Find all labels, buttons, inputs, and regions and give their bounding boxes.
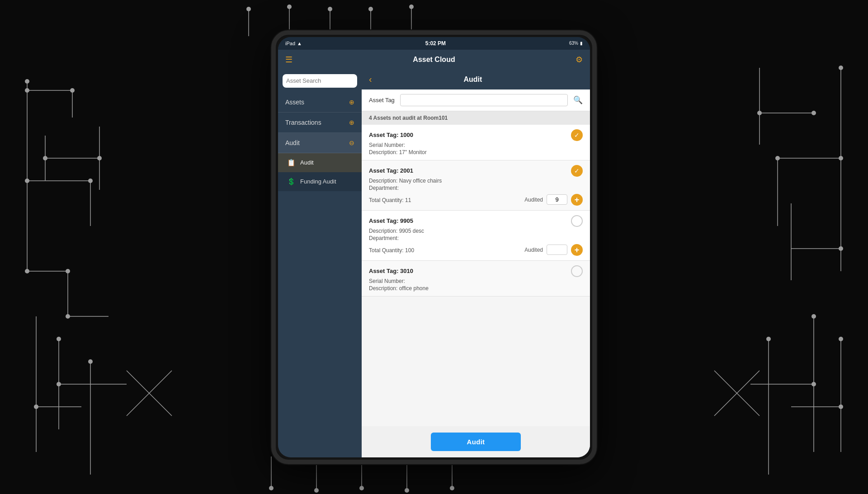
svg-point-40: [775, 156, 780, 160]
svg-point-71: [359, 486, 364, 490]
nav-bar: ☰ Asset Cloud ⚙: [278, 50, 590, 70]
asset-card-1000: Asset Tag: 1000 ✓ Serial Number: Descrip…: [362, 125, 590, 160]
asset-card-header-3010: Asset Tag: 3010: [369, 265, 583, 277]
svg-point-60: [287, 5, 292, 9]
svg-point-70: [314, 488, 319, 493]
sidebar-sub-item-funding-audit[interactable]: 💲 Funding Audit: [278, 172, 362, 191]
svg-point-19: [25, 88, 29, 93]
asset-card-header-2001: Asset Tag: 2001 ✓: [369, 165, 583, 177]
asset-card-3010: Asset Tag: 3010 Serial Number: Descripti…: [362, 261, 590, 296]
svg-point-14: [25, 269, 29, 273]
svg-point-69: [269, 486, 274, 490]
panel-header: ‹ Audit: [362, 70, 590, 89]
svg-point-18: [97, 156, 102, 160]
sidebar-sub-item-audit[interactable]: 📋 Audit: [278, 153, 362, 172]
asset-search-bar[interactable]: 🔍: [283, 74, 357, 88]
svg-point-38: [839, 66, 843, 70]
asset-dept-9905: Department:: [369, 235, 583, 241]
sidebar-assets-label: Assets: [285, 99, 304, 106]
panel-title: Audit: [377, 75, 568, 84]
status-time: 5:02 PM: [425, 40, 446, 47]
search-input[interactable]: [286, 77, 362, 84]
asset-card-header-9905: Asset Tag: 9905: [369, 215, 583, 227]
sidebar-transactions-label: Transactions: [285, 119, 321, 126]
svg-line-76: [714, 371, 760, 416]
svg-point-41: [839, 246, 843, 251]
sidebar-item-transactions[interactable]: Transactions ⊕: [278, 113, 362, 133]
asset-dept-2001: Department:: [369, 185, 583, 191]
audit-button-row: Audit: [362, 426, 590, 457]
not-audited-header: 4 Assets not audit at Room101: [362, 111, 590, 125]
asset-card-header-1000: Asset Tag: 1000 ✓: [369, 129, 583, 141]
svg-point-53: [839, 405, 843, 409]
sidebar-item-audit[interactable]: Audit ⊖: [278, 133, 362, 153]
status-bar-left: iPad ▲: [285, 41, 302, 46]
asset-tag-2001: Asset Tag: 2001: [369, 167, 413, 174]
svg-point-43: [811, 111, 816, 115]
asset-check-2001[interactable]: ✓: [571, 165, 583, 177]
battery-icon: ▮: [580, 41, 583, 46]
funding-audit-sub-label: Funding Audit: [300, 178, 336, 185]
asset-desc-2001: Description: Navy office chairs: [369, 178, 583, 184]
svg-point-20: [70, 88, 75, 93]
svg-point-17: [43, 156, 47, 160]
audited-input-2001[interactable]: [547, 194, 567, 205]
plus-button-9905[interactable]: +: [571, 244, 583, 256]
back-button[interactable]: ‹: [369, 74, 372, 85]
svg-line-75: [127, 371, 172, 416]
svg-point-12: [25, 179, 29, 183]
app-title: Asset Cloud: [413, 56, 455, 64]
asset-check-9905[interactable]: [571, 215, 583, 227]
asset-qty-9905: Total Quantity: 100: [369, 247, 521, 254]
svg-point-51: [766, 337, 771, 341]
svg-line-74: [127, 371, 172, 416]
audited-row-9905: Total Quantity: 100 Audited +: [369, 244, 583, 256]
right-panel: ‹ Audit Asset Tag 🔍 4 Assets not audit a…: [362, 70, 590, 457]
svg-point-61: [328, 7, 332, 11]
svg-point-42: [757, 111, 762, 115]
svg-point-52: [839, 337, 843, 341]
assets-expand-icon: ⊕: [349, 99, 354, 106]
audited-input-9905[interactable]: [547, 245, 567, 255]
svg-point-29: [34, 405, 38, 409]
wifi-icon: ▲: [297, 41, 302, 46]
svg-point-26: [57, 337, 61, 341]
audit-submit-button[interactable]: Audit: [431, 433, 521, 451]
status-bar-right: 63% ▮: [569, 41, 583, 46]
svg-point-13: [88, 179, 93, 183]
audit-expand-icon: ⊖: [349, 139, 354, 146]
asset-desc-9905: Description: 9905 desc: [369, 228, 583, 234]
main-content: 🔍 Assets ⊕ Transactions ⊕ Audit ⊖: [278, 70, 590, 457]
asset-check-1000[interactable]: ✓: [571, 129, 583, 141]
status-bar: iPad ▲ 5:02 PM 63% ▮: [278, 37, 590, 50]
asset-tag-1000: Asset Tag: 1000: [369, 132, 413, 138]
plus-button-2001[interactable]: +: [571, 194, 583, 206]
ipad-device: iPad ▲ 5:02 PM 63% ▮ ☰ Asset Cloud ⚙ 🔍: [271, 30, 597, 464]
asset-serial-1000: Serial Number:: [369, 142, 583, 148]
asset-tag-row: Asset Tag 🔍: [362, 89, 590, 111]
ipad-screen: iPad ▲ 5:02 PM 63% ▮ ☰ Asset Cloud ⚙ 🔍: [278, 37, 590, 457]
asset-desc-3010: Description: office phone: [369, 285, 583, 292]
hamburger-button[interactable]: ☰: [285, 55, 292, 65]
sidebar-audit-label: Audit: [285, 139, 300, 146]
asset-tag-3010: Asset Tag: 3010: [369, 268, 413, 274]
svg-point-28: [88, 359, 93, 364]
assets-list: 4 Assets not audit at Room101 Asset Tag:…: [362, 111, 590, 426]
svg-point-16: [66, 314, 70, 319]
audit-sub-items: 📋 Audit 💲 Funding Audit: [278, 153, 362, 191]
asset-serial-3010: Serial Number:: [369, 278, 583, 284]
asset-tag-search-button[interactable]: 🔍: [573, 95, 583, 105]
svg-point-72: [405, 488, 409, 493]
svg-point-50: [811, 382, 816, 386]
svg-point-11: [25, 79, 29, 84]
asset-tag-input[interactable]: [400, 94, 568, 106]
svg-point-39: [839, 156, 843, 160]
asset-check-3010[interactable]: [571, 265, 583, 277]
audit-sub-label: Audit: [300, 159, 314, 166]
settings-button[interactable]: ⚙: [576, 55, 583, 65]
sidebar: 🔍 Assets ⊕ Transactions ⊕ Audit ⊖: [278, 70, 362, 457]
svg-line-77: [714, 371, 760, 416]
asset-qty-2001: Total Quantity: 11: [369, 197, 521, 203]
svg-point-62: [368, 7, 373, 11]
sidebar-item-assets[interactable]: Assets ⊕: [278, 92, 362, 113]
